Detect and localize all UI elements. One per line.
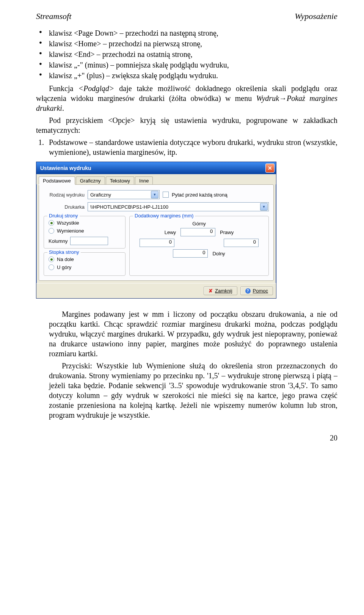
numbered-item: 1. Podstawowe – standardowe ustawienia d… [49,137,337,157]
header-left: Streamsoft [36,11,71,21]
dialog-titlebar[interactable]: Ustawienia wydruku ✕ [36,162,276,174]
paragraph: Przyciski: Wszystkie lub Wymienione służ… [49,361,337,420]
lewy-label: Lewy [165,230,176,235]
margin-right-input[interactable]: 0 [224,239,259,247]
pytac-checkbox[interactable] [163,192,169,198]
radio-wymienione[interactable] [49,228,54,234]
paragraph: Margines podawany jest w mm i liczony od… [49,309,337,359]
stopka-group: Stopka strony Na dole U góry [44,252,126,276]
bullet-item: klawisz <End> – przechodzi na ostatnią s… [49,49,337,59]
drukarka-label: Drukarka [44,204,85,210]
close-icon: ✘ [209,288,213,294]
tab-tekstowy[interactable]: Tekstowy [106,176,134,184]
dolny-label: Dolny [212,251,225,256]
zamknij-button[interactable]: ✘ Zamknij [204,286,237,295]
numbered-list: 1. Podstawowe – standardowe ustawienia d… [36,137,337,157]
radio-wszystkie[interactable] [49,220,54,226]
close-icon[interactable]: ✕ [265,164,275,173]
page-number: 20 [36,434,337,442]
bullet-item: klawisz <Page Down> – przechodzi na nast… [49,28,337,38]
radio-na-dole[interactable] [49,256,54,262]
help-icon: ? [245,288,251,294]
chevron-down-icon[interactable]: ▼ [260,203,268,211]
kolumny-input[interactable] [70,237,108,245]
rodzaj-combo[interactable]: Graficzny ▼ [88,190,160,199]
header-right: Wyposażenie [295,11,337,21]
tab-inne[interactable]: Inne [135,176,153,184]
chevron-down-icon[interactable]: ▼ [151,191,158,198]
margin-bottom-input[interactable]: 0 [173,249,208,258]
radio-u-gory[interactable] [49,264,54,270]
drukarka-combo[interactable]: \\HPHOTLINEPCB\PS1-HP-LJ1100 ▼ [88,202,269,211]
kolumny-label: Kolumny [49,238,68,244]
dialog-screenshot: Ustawienia wydruku ✕ Podstawowe Graficzn… [36,162,337,299]
tab-podstawowe[interactable]: Podstawowe [39,176,75,184]
prawy-label: Prawy [220,230,234,235]
tab-strip: Podstawowe Graficzny Tekstowy Inne [36,174,276,184]
tab-graficzny[interactable]: Graficzny [76,176,105,184]
pomoc-button[interactable]: ? Pomoc [240,286,273,295]
pytac-label: Pytać przed każdą stroną [172,192,228,198]
margines-group: Dodatkowy margines (mm) Górny Lewy 0 Pra… [129,216,269,276]
dialog-title: Ustawienia wydruku [40,165,91,171]
bullet-item: klawisz „+" (plus) – zwiększa skalę podg… [49,71,337,80]
margin-top-input[interactable]: 0 [180,228,215,236]
paragraph: Pod przyciskiem <Opcje> kryją się ustawi… [36,115,337,135]
bullet-list: klawisz <Page Down> – przechodzi na nast… [36,28,337,80]
bullet-item: klawisz <Home> – przechodzi na pierwszą … [49,39,337,49]
drukuj-strony-group: Drukuj strony Wszystkie Wymienione Kolum… [44,216,126,249]
gorny-label: Górny [192,221,206,226]
margin-left-input[interactable]: 0 [140,239,174,247]
paragraph: Funkcja <Podgląd> daje także możliwość d… [36,83,337,113]
rodzaj-label: Rodzaj wydruku [44,192,85,198]
bullet-item: klawisz „-" (minus) – pomniejsza skalę p… [49,60,337,70]
